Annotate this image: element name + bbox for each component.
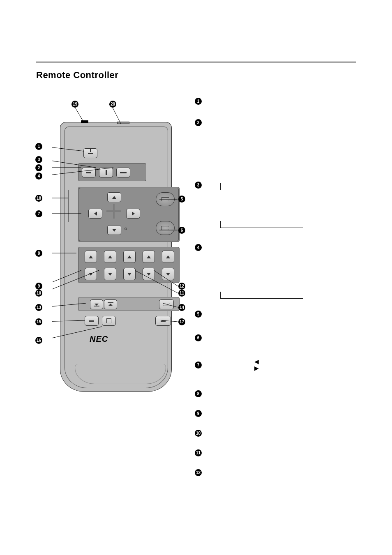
pair2-down[interactable] bbox=[104, 268, 116, 280]
remote-body: NEC bbox=[60, 122, 172, 392]
strip-btn-b[interactable] bbox=[104, 299, 117, 309]
btn-round-top[interactable] bbox=[156, 192, 175, 206]
ann-2: 2 bbox=[195, 119, 202, 126]
ann-8: 8 bbox=[195, 390, 202, 397]
callout-7: 7 bbox=[35, 210, 42, 217]
bottom-btn-b[interactable] bbox=[102, 316, 116, 326]
ann-3: 3 bbox=[195, 182, 202, 189]
pair4-up[interactable] bbox=[143, 251, 155, 263]
note-box-2 bbox=[220, 183, 303, 190]
callout-3: 3 bbox=[35, 156, 42, 163]
dpad-left[interactable] bbox=[88, 209, 102, 219]
pair3-up[interactable] bbox=[123, 251, 136, 263]
ir-emitter bbox=[81, 120, 88, 123]
top-rule bbox=[36, 62, 356, 62]
page-title: Remote Controller bbox=[36, 70, 118, 81]
btn-power[interactable] bbox=[83, 148, 97, 158]
pair3-down[interactable] bbox=[123, 268, 136, 280]
callout-13: 13 bbox=[35, 304, 42, 311]
battery-door bbox=[75, 364, 166, 384]
page: Remote Controller 19 20 bbox=[0, 0, 392, 555]
panel-dpad bbox=[78, 187, 180, 242]
ann-7-glyphs: ◀ ▶ bbox=[254, 358, 259, 371]
callout-15: 15 bbox=[35, 318, 42, 325]
callout-12: 12 bbox=[178, 283, 185, 290]
callout-18: 18 bbox=[35, 195, 42, 202]
callout-6: 6 bbox=[178, 227, 185, 234]
btn-row1-a[interactable] bbox=[82, 168, 96, 177]
strip-btn-a[interactable] bbox=[90, 299, 103, 309]
note-box-3 bbox=[220, 221, 303, 228]
ann-9: 9 bbox=[195, 410, 202, 417]
ann-5: 5 bbox=[195, 311, 202, 318]
ann-7: 7 bbox=[195, 362, 202, 368]
callout-10: 10 bbox=[35, 290, 42, 297]
callout-14: 14 bbox=[178, 304, 185, 311]
top-slot bbox=[117, 122, 129, 124]
callout-9: 9 bbox=[35, 283, 42, 290]
callout-4: 4 bbox=[35, 173, 42, 180]
pair1-up[interactable] bbox=[85, 251, 97, 263]
btn-row1-c[interactable] bbox=[116, 168, 130, 177]
panel-strip bbox=[78, 297, 180, 311]
callout-19: 19 bbox=[71, 101, 78, 108]
callout-5: 5 bbox=[178, 196, 185, 203]
btn-row1-b[interactable] bbox=[99, 168, 113, 177]
dpad-right[interactable] bbox=[126, 209, 140, 219]
dpad-cross bbox=[106, 204, 121, 219]
ann-4: 4 bbox=[195, 244, 202, 251]
dpad-down[interactable] bbox=[107, 225, 121, 235]
ann-6: 6 bbox=[195, 334, 202, 341]
note-box-4 bbox=[220, 292, 303, 299]
callout-2: 2 bbox=[35, 164, 42, 171]
ann-12: 12 bbox=[195, 469, 202, 476]
panel-top-row bbox=[78, 163, 146, 181]
callout-11: 11 bbox=[178, 290, 185, 297]
pair1-down[interactable] bbox=[85, 268, 97, 280]
brand-logo: NEC bbox=[90, 334, 108, 344]
panel-adjust-pairs bbox=[78, 247, 180, 283]
pair2-up[interactable] bbox=[104, 251, 116, 263]
bottom-btn-c[interactable] bbox=[155, 316, 171, 326]
callout-16: 16 bbox=[35, 337, 42, 344]
callout-8: 8 bbox=[35, 250, 42, 257]
dpad-up[interactable] bbox=[107, 192, 121, 202]
callout-1: 1 bbox=[35, 143, 42, 150]
pair5-down[interactable] bbox=[162, 268, 174, 280]
strip-btn-c[interactable] bbox=[159, 299, 174, 309]
bottom-btn-a[interactable] bbox=[85, 316, 99, 326]
ann-1: 1 bbox=[195, 98, 202, 105]
callout-17: 17 bbox=[178, 318, 185, 325]
pair4-down[interactable] bbox=[143, 268, 155, 280]
remote-diagram: 19 20 bbox=[52, 99, 187, 403]
pair5-up[interactable] bbox=[162, 251, 174, 263]
ann-11: 11 bbox=[195, 449, 202, 456]
callout-20: 20 bbox=[109, 101, 116, 108]
ann-10: 10 bbox=[195, 430, 202, 437]
status-led bbox=[125, 228, 127, 230]
btn-round-bottom[interactable] bbox=[156, 221, 175, 235]
